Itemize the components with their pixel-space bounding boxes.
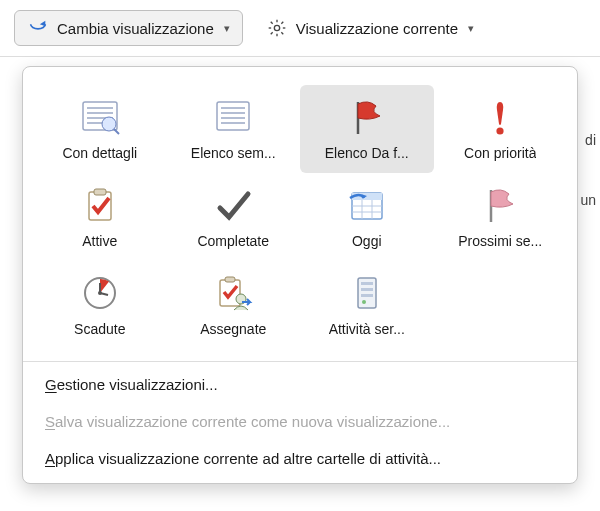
current-view-label: Visualizzazione corrente	[296, 20, 458, 37]
view-server-tasks[interactable]: Attività ser...	[300, 261, 434, 349]
svg-rect-41	[361, 288, 373, 291]
view-label: Attività ser...	[329, 321, 405, 337]
clipboard-check-icon	[78, 183, 122, 227]
svg-line-5	[271, 22, 273, 24]
svg-rect-23	[89, 192, 111, 220]
change-view-icon	[27, 17, 49, 39]
background-text: di	[585, 132, 596, 148]
view-label: Completate	[197, 233, 269, 249]
view-priority[interactable]: Con priorità	[434, 85, 568, 173]
chevron-down-icon: ▾	[468, 22, 474, 35]
flag-outline-icon	[478, 183, 522, 227]
view-active[interactable]: Attive	[33, 173, 167, 261]
mnemonic: G	[45, 376, 57, 393]
view-next-seven[interactable]: Prossimi se...	[434, 173, 568, 261]
menu-separator	[23, 361, 577, 362]
gear-icon	[266, 17, 288, 39]
menu-apply-view[interactable]: Applica visualizzazione corrente ad altr…	[23, 440, 577, 477]
view-label: Elenco sem...	[191, 145, 276, 161]
change-view-dropdown: Con dettagli Elenco sem... Elenco Da f..…	[22, 66, 578, 484]
view-simple-list[interactable]: Elenco sem...	[167, 85, 301, 173]
view-todo-list[interactable]: Elenco Da f...	[300, 85, 434, 173]
ribbon-toolbar: Cambia visualizzazione ▾ Visualizzazione…	[0, 0, 600, 57]
svg-rect-40	[361, 282, 373, 285]
view-detailed[interactable]: Con dettagli	[33, 85, 167, 173]
list-icon	[211, 95, 255, 139]
menu-text: estione visualizzazioni...	[57, 376, 218, 393]
view-label: Scadute	[74, 321, 125, 337]
view-label: Oggi	[352, 233, 382, 249]
view-label: Prossimi se...	[458, 233, 542, 249]
svg-rect-42	[361, 294, 373, 297]
svg-point-14	[102, 117, 116, 131]
background-text: un	[580, 192, 596, 208]
clock-overdue-icon	[78, 271, 122, 315]
svg-rect-24	[94, 189, 106, 195]
exclamation-icon	[478, 95, 522, 139]
menu-save-view: Salva visualizzazione corrente come nuov…	[23, 403, 577, 440]
view-grid: Con dettagli Elenco sem... Elenco Da f..…	[23, 79, 577, 359]
menu-text: alva visualizzazione corrente come nuova…	[55, 413, 450, 430]
clipboard-user-icon	[211, 271, 255, 315]
menu-text: pplica visualizzazione corrente ad altre…	[55, 450, 441, 467]
flag-icon	[345, 95, 389, 139]
view-completed[interactable]: Completate	[167, 173, 301, 261]
chevron-down-icon: ▾	[224, 22, 230, 35]
change-view-label: Cambia visualizzazione	[57, 20, 214, 37]
svg-line-7	[281, 22, 283, 24]
svg-rect-16	[217, 102, 249, 130]
view-label: Attive	[82, 233, 117, 249]
svg-point-0	[274, 25, 279, 30]
view-label: Con dettagli	[62, 145, 137, 161]
view-label: Elenco Da f...	[325, 145, 409, 161]
svg-rect-37	[225, 277, 235, 282]
view-label: Assegnate	[200, 321, 266, 337]
calendar-today-icon	[345, 183, 389, 227]
svg-point-43	[362, 300, 366, 304]
svg-line-6	[281, 32, 283, 34]
svg-point-22	[497, 127, 504, 134]
mnemonic: S	[45, 413, 55, 430]
view-today[interactable]: Oggi	[300, 173, 434, 261]
server-icon	[345, 271, 389, 315]
view-overdue[interactable]: Scadute	[33, 261, 167, 349]
svg-line-8	[271, 32, 273, 34]
view-label: Con priorità	[464, 145, 536, 161]
mnemonic: A	[45, 450, 55, 467]
current-view-button[interactable]: Visualizzazione corrente ▾	[253, 10, 487, 46]
view-assigned[interactable]: Assegnate	[167, 261, 301, 349]
list-detail-icon	[78, 95, 122, 139]
change-view-button[interactable]: Cambia visualizzazione ▾	[14, 10, 243, 46]
menu-manage-views[interactable]: Gestione visualizzazioni...	[23, 366, 577, 403]
checkmark-icon	[211, 183, 255, 227]
